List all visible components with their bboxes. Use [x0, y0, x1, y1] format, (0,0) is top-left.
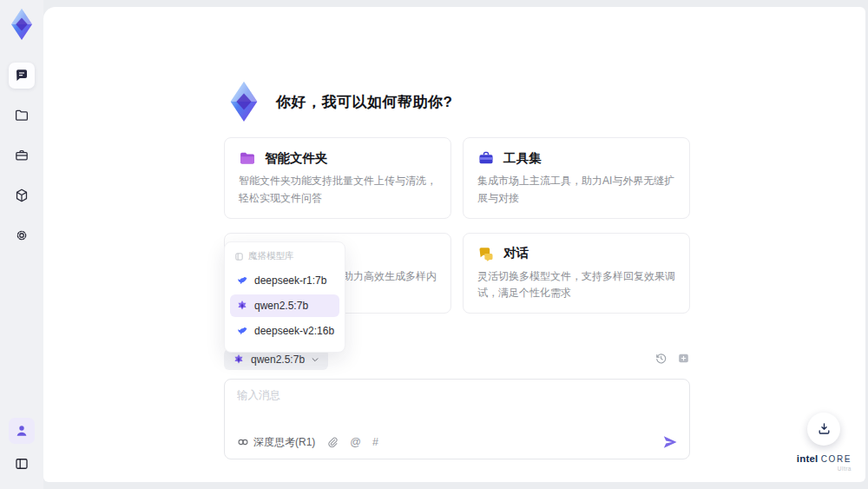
briefcase-icon [14, 148, 30, 163]
composer: 深度思考(R1) @ # [224, 379, 690, 459]
card-toolset[interactable]: 工具集 集成市场上主流工具，助力AI与外界无缝扩展与对接 [463, 137, 690, 219]
toolset-icon [477, 149, 495, 167]
download-icon [817, 421, 832, 436]
history-icon[interactable] [654, 352, 667, 365]
model-option-qwen[interactable]: qwen2.5:7b [230, 294, 339, 317]
model-option-deepseek-r1[interactable]: deepseek-r1:7b [230, 269, 339, 292]
session-toolbar [654, 352, 690, 365]
chevron-down-icon [311, 355, 319, 364]
card-dialog[interactable]: 对话 灵活切换多模型文件，支持多样回复效果调试，满足个性化需求 [463, 233, 690, 314]
send-icon [661, 433, 679, 451]
sidebar-item-user[interactable] [9, 418, 35, 444]
card-desc: 集成市场上主流工具，助力AI与外界无缝扩展与对接 [477, 173, 675, 208]
sidebar-item-panel-toggle[interactable] [9, 451, 35, 477]
card-title: 工具集 [503, 150, 542, 167]
download-button[interactable] [807, 413, 840, 446]
sidebar-item-settings[interactable] [9, 222, 35, 248]
core-logo-text: core [821, 454, 852, 464]
greeting-text: 你好，我可以如何帮助你? [276, 92, 452, 112]
card-smart-folder[interactable]: 智能文件夹 智能文件夹功能支持批量文件上传与清洗，轻松实现文件问答 [224, 137, 451, 219]
qwen-icon [233, 354, 245, 366]
gear-icon [14, 228, 30, 243]
composer-toolbar: 深度思考(R1) @ # [237, 433, 679, 451]
at-icon[interactable]: @ [350, 436, 361, 448]
intel-logo-text: intel [797, 453, 819, 464]
deep-think-label: 深度思考(R1) [253, 435, 315, 450]
card-title: 智能文件夹 [265, 150, 328, 167]
app-logo-icon [6, 7, 37, 42]
main-panel: 你好，我可以如何帮助你? 智能文件夹 智能文件夹功能支持批量文件上传与清洗，轻松… [43, 7, 865, 482]
message-input[interactable] [237, 388, 677, 425]
attach-button[interactable] [326, 436, 339, 448]
deepseek-whale-icon [236, 325, 248, 337]
deep-think-icon [237, 436, 249, 448]
cube-icon [14, 188, 30, 203]
sidebar-item-chat[interactable] [9, 63, 35, 89]
deepseek-whale-icon [236, 274, 248, 287]
library-icon [234, 252, 244, 261]
chat-bubble-icon [14, 68, 30, 83]
deep-think-toggle[interactable]: 深度思考(R1) [237, 435, 315, 450]
card-title: 对话 [503, 245, 529, 261]
model-option-label: qwen2.5:7b [254, 300, 308, 312]
app-logo-icon [224, 80, 264, 123]
corner-widgets: intel core Ultra [797, 413, 852, 472]
sidebar-item-folders[interactable] [9, 102, 35, 129]
model-option-deepseek-v2[interactable]: deepseek-v2:16b [230, 320, 339, 342]
model-selector-label: qwen2.5:7b [251, 354, 305, 366]
card-desc: 灵活切换多模型文件，支持多样回复效果调试，满足个性化需求 [477, 268, 675, 303]
layout-panel-icon [14, 456, 30, 472]
hash-icon[interactable]: # [372, 436, 378, 448]
ultra-logo-text: Ultra [797, 466, 852, 472]
user-icon [14, 423, 30, 439]
dialog-icon [477, 245, 495, 262]
sidebar-item-toolbox[interactable] [9, 142, 35, 169]
intel-core-badge: intel core Ultra [797, 451, 852, 472]
folder-icon [14, 108, 30, 123]
model-dropdown-header: 魔搭模型库 [230, 249, 339, 267]
paperclip-icon [326, 436, 339, 448]
model-option-label: deepseek-v2:16b [254, 325, 334, 337]
model-dropdown: 魔搭模型库 deepseek-r1:7b qwen2.5:7b d [224, 241, 345, 353]
greeting: 你好，我可以如何帮助你? [224, 80, 452, 123]
model-option-label: deepseek-r1:7b [254, 274, 326, 287]
send-button[interactable] [661, 433, 679, 451]
content-column: 你好，我可以如何帮助你? 智能文件夹 智能文件夹功能支持批量文件上传与清洗，轻松… [224, 7, 690, 482]
card-desc: 智能文件夹功能支持批量文件上传与清洗，轻松实现文件问答 [239, 173, 437, 208]
smart-folder-icon [239, 149, 256, 167]
sidebar-item-models[interactable] [9, 182, 35, 208]
new-window-icon[interactable] [677, 352, 690, 365]
sidebar [0, 0, 43, 489]
qwen-icon [236, 300, 248, 312]
